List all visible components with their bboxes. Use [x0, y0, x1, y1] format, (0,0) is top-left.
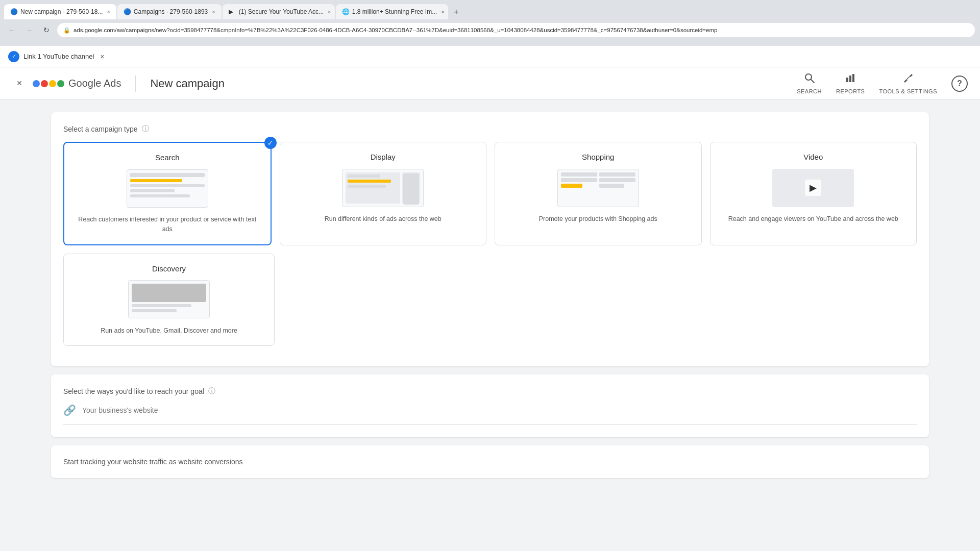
display-main-area	[346, 172, 400, 204]
tab-label-1: New campaign - 279-560-18...	[20, 8, 103, 15]
link-icon: 🔗	[63, 404, 76, 416]
nav-search[interactable]: SEARCH	[797, 72, 822, 94]
tab-favicon-1: 🔵	[10, 8, 17, 15]
browser-chrome: 🔵 New campaign - 279-560-18... × 🔵 Campa…	[0, 0, 980, 46]
illus-line-3	[130, 194, 190, 197]
campaign-card-search[interactable]: ✓ Search Reach customers interested	[63, 142, 272, 245]
app-header: × Google Ads New campaign SEARCH	[0, 67, 980, 100]
header-close-button[interactable]: ×	[12, 77, 27, 91]
tab-1[interactable]: 🔵 New campaign - 279-560-18... ×	[4, 4, 116, 19]
campaign-cards-row2: Discovery Run ads on YouTube, Gmail, Dis…	[63, 254, 917, 346]
header-divider	[135, 76, 136, 92]
illus-line-1	[130, 184, 205, 187]
video-card-description: Reach and engage viewers on YouTube and …	[719, 214, 909, 224]
display-card-title: Display	[288, 153, 478, 161]
campaign-type-label: Select a campaign type ⓘ	[63, 124, 917, 134]
tab-close-3[interactable]: ×	[328, 9, 331, 15]
shopping-card-description: Promote your products with Shopping ads	[503, 214, 693, 224]
tab-close-1[interactable]: ×	[107, 9, 110, 15]
tab-favicon-4: 🌐	[342, 8, 349, 15]
help-button[interactable]: ?	[951, 76, 968, 92]
illus-topbar	[130, 173, 205, 177]
conversion-section: Start tracking your website traffic as w…	[51, 445, 929, 478]
forward-button[interactable]: →	[22, 23, 36, 37]
search-illustration	[127, 169, 208, 208]
goal-section: Select the ways you'd like to reach your…	[51, 374, 929, 437]
nav-reports[interactable]: REPORTS	[836, 72, 865, 94]
tab-2[interactable]: 🔵 Campaigns · 279-560-1893 ×	[117, 4, 222, 19]
goal-help-icon[interactable]: ⓘ	[208, 387, 215, 396]
sh-line3	[599, 172, 635, 177]
search-check-badge: ✓	[264, 137, 277, 149]
search-card-description: Reach customers interested in your produ…	[72, 215, 262, 234]
goal-label-text: Select the ways you'd like to reach your…	[63, 387, 204, 395]
display-card-illustration	[288, 167, 478, 208]
lock-icon: 🔒	[63, 27, 70, 34]
nav-tools-label: TOOLS & SETTINGS	[879, 88, 937, 94]
conversion-title: Start tracking your website traffic as w…	[63, 458, 917, 466]
campaign-card-shopping[interactable]: Shopping	[495, 142, 702, 245]
display-illus-inner	[346, 172, 420, 204]
sh-yellow	[561, 184, 583, 188]
tab-3[interactable]: ▶ (1) Secure Your YouTube Acc... ×	[223, 4, 335, 19]
svg-point-0	[805, 74, 812, 80]
google-ads-logo: Google Ads	[33, 78, 121, 89]
tab-bar: 🔵 New campaign - 279-560-18... × 🔵 Campa…	[0, 0, 980, 19]
svg-rect-2	[846, 78, 848, 82]
new-tab-button[interactable]: +	[449, 5, 463, 19]
google-ads-text: Google Ads	[68, 78, 121, 89]
address-bar[interactable]: 🔒 ads.google.com/aw/campaigns/new?ocid=3…	[57, 23, 975, 37]
tab-label-4: 1.8 million+ Stunning Free Im...	[352, 8, 437, 15]
campaign-card-discovery[interactable]: Discovery Run ads on YouTube, Gmail, Dis…	[63, 254, 275, 346]
tab-close-2[interactable]: ×	[212, 9, 215, 15]
notification-bar: ✓ Link 1 YouTube channel ×	[0, 46, 980, 67]
illus-line-2	[130, 189, 175, 192]
logo-circle-blue	[33, 80, 40, 87]
shopping-card-illustration	[503, 167, 693, 208]
sh-line4	[599, 178, 635, 182]
search-card-title: Search	[72, 153, 262, 162]
logo-circle-yellow	[49, 80, 56, 87]
logo-circles	[33, 80, 64, 87]
discovery-card-title: Discovery	[72, 264, 266, 273]
search-card-illustration	[72, 168, 262, 209]
sh-line1	[561, 172, 597, 177]
shopping-col1	[561, 172, 597, 204]
tab-close-4[interactable]: ×	[441, 9, 444, 15]
svg-rect-3	[849, 76, 851, 82]
refresh-button[interactable]: ↻	[40, 23, 53, 37]
campaign-card-video[interactable]: Video ▶ Reach and engage viewers on YouT…	[710, 142, 917, 245]
nav-tools[interactable]: TOOLS & SETTINGS	[879, 72, 937, 94]
logo-circle-green	[57, 80, 64, 87]
shopping-col2	[599, 172, 635, 204]
discovery-rect	[132, 284, 206, 302]
page-title: New campaign	[150, 77, 225, 90]
campaign-type-help-icon[interactable]: ⓘ	[142, 124, 149, 134]
sh-line2	[561, 178, 597, 182]
discovery-line2	[132, 309, 177, 312]
display-line2	[348, 180, 391, 183]
video-card-title: Video	[719, 153, 909, 161]
tab-favicon-2: 🔵	[124, 8, 131, 15]
display-line1	[348, 174, 380, 178]
main-content: Select a campaign type ⓘ ✓ Search	[0, 100, 980, 551]
campaign-type-label-text: Select a campaign type	[63, 125, 138, 133]
website-input[interactable]	[82, 406, 917, 414]
tab-4[interactable]: 🌐 1.8 million+ Stunning Free Im... ×	[336, 4, 448, 19]
nav-reports-label: REPORTS	[836, 88, 865, 94]
tab-favicon-3: ▶	[229, 8, 236, 15]
goal-section-label: Select the ways you'd like to reach your…	[63, 387, 917, 396]
svg-rect-4	[852, 74, 854, 82]
video-illustration: ▶	[772, 169, 854, 207]
display-card-description: Run different kinds of ads across the we…	[288, 214, 478, 224]
campaign-cards-row1: ✓ Search Reach customers interested	[63, 142, 917, 245]
sh-line5	[599, 184, 625, 188]
notification-close-button[interactable]: ×	[100, 53, 104, 61]
tab-label-2: Campaigns · 279-560-1893	[134, 8, 208, 15]
back-button[interactable]: ←	[5, 23, 18, 37]
campaign-card-display[interactable]: Display	[280, 142, 487, 245]
discovery-line1	[132, 304, 191, 307]
campaign-type-section: Select a campaign type ⓘ ✓ Search	[51, 112, 929, 366]
shopping-illus-inner	[561, 172, 635, 204]
svg-line-1	[811, 80, 814, 83]
